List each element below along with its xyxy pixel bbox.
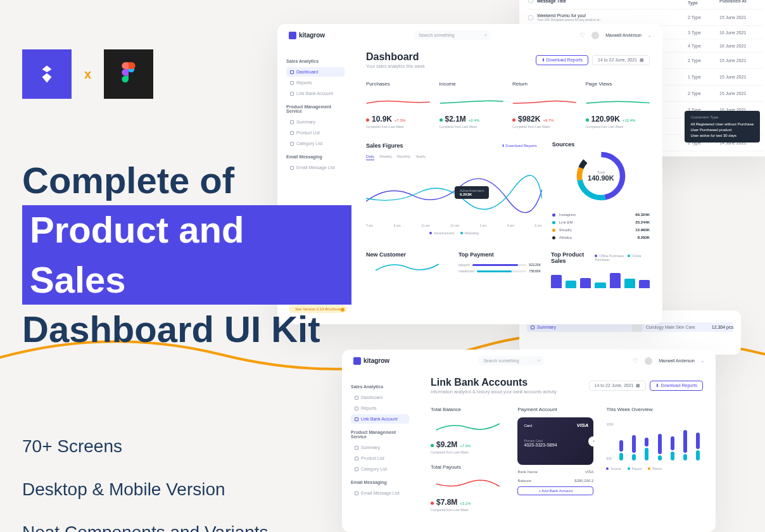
top-product-sales-panel: Top Product Sales Offline Purchases Onli… [551,251,650,288]
file-icon [355,407,358,410]
checkbox-icon[interactable] [528,15,533,20]
user-name[interactable]: Maxwell Anderson [659,358,695,363]
metric-income: Income$2.1M+2.4%Compared from Last Week [439,81,504,129]
feature-2: Desktop & Mobile Version [22,479,351,500]
list-icon [531,326,534,329]
hero-panel: x Complete of Product and Sales Dashboar… [22,0,351,532]
table-header-type: Customers Type [688,0,719,5]
download-reports-button[interactable]: ⬇Download Reports [536,55,589,65]
brand: kitagrow [353,357,389,365]
new-customer-panel: New Customer [366,251,448,288]
metric-return: Return$982K+9.7%Compared from Last Week [512,81,577,129]
avatar[interactable] [645,357,652,365]
dashboard-main: Dashboard Your sales analytics this week… [353,46,662,293]
tab-yearly[interactable]: Yearly [415,155,426,160]
tab-monthly[interactable]: Monthly [397,155,410,160]
calendar-icon: ▦ [640,58,644,63]
tag-icon [355,467,358,471]
week-bars [616,422,703,460]
download-reports-link[interactable]: ⬇ Download Reports [496,141,542,149]
search-input[interactable]: Search something [414,30,491,40]
user-name[interactable]: Maxwell Anderson [605,33,642,37]
source-item: Shopify12.993K [552,226,650,234]
sidebar-item-dashboard[interactable]: Dashboard [351,393,409,402]
bell-icon[interactable]: ♡ [633,357,638,364]
sidebar-item-summary[interactable]: Summary [351,443,409,452]
page-subtitle: Your sales analytics this week [366,64,425,68]
headline-line2: Product and Sales [22,205,351,305]
avatar[interactable] [591,32,599,39]
sources-panel: Sources Total 140.90K Instag [552,141,650,241]
customers-type-tooltip: Customers Type All Registered User witho… [685,111,760,142]
top-sales-bars [551,269,650,288]
headline: Complete of Product and Sales Dashboard … [22,156,351,354]
add-bank-account-button[interactable]: + Add Bank Account [517,486,593,495]
bank-title: Link Bank Accounts [431,377,557,388]
top-payment-panel: Top Payment paygold923.20Kmastercard758.… [458,251,541,288]
chart-tooltip: Advertisement 6.203K [455,186,489,199]
logo-row: x [22,49,351,99]
visa-logo: VISA [577,422,589,428]
chevron-down-icon[interactable]: ⌄ [701,358,704,363]
sidebar: Sales Analytics Dashboard Reports Link B… [342,372,418,517]
source-item: Instagram66.324K [552,211,650,218]
kitagrow-logo [22,49,72,99]
box-icon [355,457,358,460]
tab-daily[interactable]: Daily [366,155,374,160]
payment-bar: mastercard758.80K [458,269,541,273]
source-item: Alibaba8.293K [552,234,650,241]
sidebar-item-linkbank[interactable]: Link Bank Account [351,414,409,424]
card-next-button[interactable]: › [588,436,598,446]
metrics-row: Purchases10.9K+7.3%Compared from Last We… [366,81,650,129]
total-balance-metric: Total Balance $9.2M+7.3% Compared from L… [431,407,505,512]
page-title: Dashboard [366,51,425,63]
grid-icon [355,396,358,400]
feature-3: Neat Components and Variants [22,522,351,532]
feature-1: 70+ Screens [22,436,351,457]
payment-account-panel: Payment Account Card VISA Primary Card 4… [517,407,593,512]
mail-icon [355,491,358,495]
sales-figures-title: Sales Figures [366,142,403,149]
download-reports-button[interactable]: ⬇ Download Reports [650,381,703,391]
sources-title: Sources [552,141,650,148]
table-header-title: Message Title [537,0,688,3]
metric-page views: Page Views120.99K+12.4%Compared from Las… [586,81,650,129]
x-separator: x [84,67,91,82]
search-input[interactable]: Search something [478,356,544,365]
bell-icon[interactable]: ♡ [579,32,585,39]
sources-donut: Total 140.90K [572,148,629,205]
figures-tabs: Daily Weekly Monthly Yearly [366,155,542,160]
list-icon [355,446,358,450]
calendar-icon: ▦ [636,383,640,388]
sidebar-item-productlist[interactable]: Product List [351,453,409,463]
checkbox-icon[interactable] [528,0,533,3]
figma-logo [104,49,153,99]
features-list: 70+ Screens Desktop & Mobile Version Nea… [22,436,351,532]
credit-card[interactable]: Card VISA Primary Card 4323-3323-S894 [517,417,593,465]
brand-icon [353,357,361,365]
x-axis: 7 am9 am11 am12 am2 pm4 am6 am [366,224,542,227]
sidebar-item-emaillist[interactable]: Email Message List [351,488,409,498]
sidebar-item-categorylist[interactable]: Category List [351,464,409,474]
headline-line1: Complete of [22,156,351,205]
sales-line-chart: Advertisement 6.203K [366,164,542,221]
table-header-date: Published At [719,0,764,3]
date-range-picker[interactable]: 14 to 22 June, 2021▦ [589,381,647,391]
source-item: Link EM35.244K [552,218,650,226]
bank-card: kitagrow Search something ♡ Maxwell Ande… [342,350,716,532]
metric-purchases: Purchases10.9K+7.3%Compared from Last We… [366,81,431,129]
tab-weekly[interactable]: Weekly [379,155,392,160]
date-range-picker[interactable]: 14 to 22 June, 2021▦ [592,55,650,65]
sources-list: Instagram66.324KLink EM35.244KShopify12.… [552,211,650,241]
payment-bar: paygold923.20K [458,263,541,267]
headline-line3: Dashboard UI Kit [22,305,351,354]
bank-icon [355,417,358,421]
sidebar-item-reports[interactable]: Reports [351,403,409,413]
bank-subtitle: Information analytics & history about yo… [431,390,557,394]
sales-figures-panel: Sales Figures ⬇ Download Reports Daily W… [366,141,542,241]
figures-legend: Advertisement Marketing [366,231,542,235]
week-overview-panel: This Week Overview 100K50K [606,407,703,512]
product-name: Curology Male Skin Care [646,325,695,329]
product-pcs: 12,304 pcs [712,325,733,329]
chevron-down-icon[interactable]: ⌄ [648,33,651,37]
